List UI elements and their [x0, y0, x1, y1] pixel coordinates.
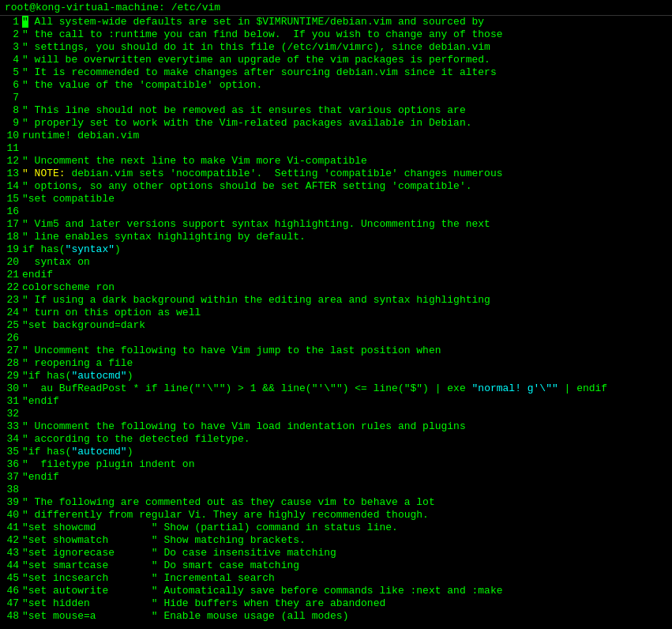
line: 14" options, so any other options should…: [0, 180, 672, 193]
cursor: ": [22, 16, 28, 28]
line-content: [22, 484, 672, 496]
line-content: "set showcmd " Show (partial) command in…: [22, 522, 672, 534]
line-number: 19: [0, 243, 22, 256]
line: 9" properly set to work with the Vim-rel…: [0, 117, 672, 130]
plain-text: ) <= line(: [343, 382, 404, 394]
line-content: [22, 332, 672, 345]
plain-text: "set incsearch " Incremental search: [22, 572, 275, 584]
line-content: endif: [22, 269, 672, 281]
line-number: 2: [0, 28, 22, 41]
line-number: 44: [0, 559, 22, 572]
line: 21endif: [0, 269, 672, 281]
plain-text: debian.vim sets 'nocompatible'. Setting …: [66, 168, 503, 179]
line-content: " The following are commented out as the…: [22, 496, 672, 509]
line: 7: [0, 92, 672, 104]
comment-text: " Uncomment the next line to make Vim mo…: [22, 155, 367, 167]
comment-text: " turn on this option as well: [22, 307, 201, 318]
line-number: 45: [0, 572, 22, 585]
window-title: root@kong-virtual-machine: /etc/vim: [5, 2, 220, 13]
plain-text: ): [127, 370, 133, 382]
comment-text: " It is recommended to make changes afte…: [22, 66, 497, 78]
plain-text: "if has(: [22, 370, 71, 382]
comment-text: " line enables syntax highlighting by de…: [22, 231, 306, 243]
line-content: " Vim5 and later versions support syntax…: [22, 218, 672, 231]
line-content: "set compatible: [22, 193, 672, 205]
line: 41"set showcmd " Show (partial) command …: [0, 522, 672, 534]
line: 10runtime! debian.vim: [0, 130, 672, 142]
title-bar: root@kong-virtual-machine: /etc/vim: [0, 0, 672, 16]
line: 3" settings, you should do it in this fi…: [0, 41, 672, 54]
line: 44"set smartcase " Do smart case matchin…: [0, 559, 672, 572]
line: 45"set incsearch " Incremental search: [0, 572, 672, 585]
plain-text: colorscheme ron: [22, 281, 115, 293]
line-content: " differently from regular Vi. They are …: [22, 509, 672, 522]
line: 20 syntax on: [0, 256, 672, 269]
plain-text: ) > 1 && line(: [225, 382, 311, 394]
comment-text: " If using a dark background within the …: [22, 294, 490, 306]
line-number: 5: [0, 66, 22, 79]
line-number: 31: [0, 395, 22, 408]
line-number: 27: [0, 345, 22, 357]
plain-text: "'\"": [312, 382, 343, 394]
plain-text: "set ignorecase " Do case insensitive ma…: [22, 547, 336, 559]
plain-text: "if has(: [22, 446, 71, 458]
plain-text: "set showcmd " Show (partial) command in…: [22, 522, 398, 533]
line: 23" If using a dark background within th…: [0, 294, 672, 307]
line-content: "set ignorecase " Do case insensitive ma…: [22, 547, 672, 559]
line-number: 46: [0, 585, 22, 597]
string-text: "normal! g'\"": [472, 382, 558, 394]
comment-text: " Vim5 and later versions support syntax…: [22, 218, 490, 230]
plain-text: "$": [404, 382, 422, 394]
plain-text: " au BufReadPost * if line(: [22, 382, 194, 394]
line-number: 32: [0, 408, 22, 420]
line-content: " the value of the 'compatible' option.: [22, 79, 672, 92]
plain-text: "endif: [22, 395, 59, 407]
line-content: " Uncomment the following to have Vim lo…: [22, 420, 672, 433]
plain-text: syntax on: [22, 256, 90, 268]
string-text: "syntax": [66, 243, 115, 255]
line: 48"set mouse=a " Enable mouse usage (all…: [0, 610, 672, 623]
line-content: syntax on: [22, 256, 672, 269]
plain-text: " filetype plugin indent on: [22, 458, 194, 470]
line-number: 20: [0, 256, 22, 269]
line: 38: [0, 484, 672, 496]
line: 19if has("syntax"): [0, 243, 672, 256]
line-number: 43: [0, 547, 22, 559]
line-number: 26: [0, 332, 22, 345]
line-number: 17: [0, 218, 22, 231]
comment-text: " will be overwritten everytime an upgra…: [22, 54, 490, 66]
plain-text: "set autowrite " Automatically save befo…: [22, 585, 503, 597]
line: 31"endif: [0, 395, 672, 408]
line: 26: [0, 332, 672, 345]
line-number: 23: [0, 294, 22, 307]
line: 32: [0, 408, 672, 420]
line-number: 12: [0, 155, 22, 168]
comment-text: " options, so any other options should b…: [22, 180, 472, 192]
line: 11: [0, 142, 672, 155]
line-content: " options, so any other options should b…: [22, 180, 672, 193]
line-content: " All system-wide defaults are set in $V…: [22, 16, 672, 28]
line: 18" line enables syntax highlighting by …: [0, 231, 672, 243]
string-text: "autocmd": [71, 370, 126, 382]
line: 29"if has("autocmd"): [0, 370, 672, 382]
line-content: "set smartcase " Do smart case matching: [22, 559, 672, 572]
comment-text: All system-wide defaults are set in $VIM…: [28, 16, 484, 28]
line: 46"set autowrite " Automatically save be…: [0, 585, 672, 597]
line-content: "set incsearch " Incremental search: [22, 572, 672, 585]
comment-text: " The following are commented out as the…: [22, 496, 435, 508]
plain-text: | endif: [558, 382, 607, 394]
line-number: 15: [0, 193, 22, 205]
line-number: 37: [0, 471, 22, 484]
plain-text: "set showmatch " Show matching brackets.: [22, 534, 306, 546]
plain-text: if has(: [22, 243, 66, 255]
line: 16: [0, 205, 672, 218]
line-number: 6: [0, 79, 22, 92]
line-content: "if has("autocmd"): [22, 370, 672, 382]
line-content: colorscheme ron: [22, 281, 672, 294]
comment-text: " the value of the 'compatible' option.: [22, 79, 262, 91]
line-content: " according to the detected filetype.: [22, 433, 672, 446]
line-content: "set mouse=a " Enable mouse usage (all m…: [22, 610, 672, 623]
line-number: 3: [0, 41, 22, 54]
comment-text: " differently from regular Vi. They are …: [22, 509, 429, 521]
line: 40" differently from regular Vi. They ar…: [0, 509, 672, 522]
